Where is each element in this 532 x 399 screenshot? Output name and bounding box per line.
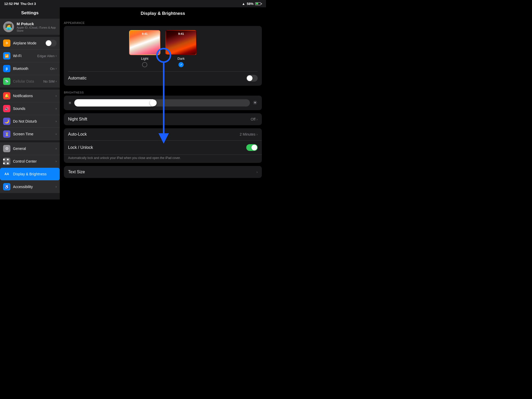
- donotdisturb-icon: 🌙: [3, 118, 10, 125]
- status-time: 12:52 PM: [4, 2, 19, 6]
- autolock-label: Auto-Lock: [68, 132, 240, 137]
- cellular-value: No SIM: [43, 79, 55, 83]
- wifi-icon: ▲: [242, 2, 245, 6]
- main-layout: Settings 🧑‍💻 M Potuck Apple ID, iCloud, …: [0, 7, 266, 200]
- night-shift-chevron: ›: [256, 117, 258, 121]
- status-day: Thu Oct 3: [20, 2, 36, 6]
- sun-large-icon: ☀: [252, 99, 258, 106]
- accessibility-chevron: ›: [56, 185, 57, 189]
- lock-card: Auto-Lock 2 Minutes › Lock / Unlock Auto…: [64, 128, 262, 163]
- status-bar: 12:52 PM Thu Oct 3 ▲ 58%: [0, 0, 266, 7]
- light-theme-time: 9:41: [130, 32, 160, 35]
- settings-group-connectivity: ✈ Airplane Mode 📶 Wi-Fi Edgar Allen › β …: [0, 37, 60, 88]
- bluetooth-value: On: [50, 67, 55, 71]
- sidebar-title: Settings: [0, 7, 60, 18]
- right-panel: Display & Brightness APPEARANCE 9:41 Lig…: [60, 7, 266, 200]
- bluetooth-label: Bluetooth: [13, 66, 50, 71]
- battery-icon: [255, 2, 262, 5]
- sidebar: Settings 🧑‍💻 M Potuck Apple ID, iCloud, …: [0, 7, 60, 200]
- controlcenter-label: Control Center: [13, 159, 56, 163]
- wifi-chevron: ›: [56, 54, 57, 58]
- autolock-row[interactable]: Auto-Lock 2 Minutes ›: [64, 128, 262, 141]
- textsize-chevron: ›: [256, 170, 258, 174]
- sounds-chevron: ›: [56, 107, 57, 110]
- bluetooth-chevron: ›: [56, 67, 57, 70]
- display-icon: AA: [3, 170, 10, 178]
- wifi-label: Wi-Fi: [13, 54, 37, 58]
- automatic-row: Automatic: [68, 71, 258, 82]
- brightness-slider[interactable]: [74, 99, 250, 107]
- dark-theme-option[interactable]: 9:41 Dark: [165, 30, 197, 67]
- donotdisturb-chevron: ›: [56, 119, 57, 123]
- user-profile[interactable]: 🧑‍💻 M Potuck Apple ID, iCloud, iTunes & …: [0, 19, 60, 35]
- slider-thumb[interactable]: [150, 99, 157, 106]
- sounds-icon: 🔊: [3, 105, 10, 112]
- status-left: 12:52 PM Thu Oct 3: [4, 2, 36, 6]
- airplane-toggle[interactable]: [45, 40, 57, 46]
- lockunlock-subtext: Automatically lock and unlock your iPad …: [64, 155, 262, 163]
- lockunlock-row[interactable]: Lock / Unlock: [64, 141, 262, 155]
- sidebar-item-cellular[interactable]: 📡 Cellular Data No SIM ›: [0, 75, 60, 88]
- dark-radio[interactable]: [178, 62, 184, 67]
- textsize-label: Text Size: [68, 170, 256, 174]
- donotdisturb-label: Do Not Disturb: [13, 119, 56, 123]
- accessibility-label: Accessibility: [13, 185, 56, 189]
- notifications-label: Notifications: [13, 94, 56, 98]
- screentime-chevron: ›: [56, 132, 57, 136]
- sounds-label: Sounds: [13, 107, 56, 111]
- screentime-icon: ⏳: [3, 130, 10, 138]
- brightness-slider-row: ☀ ☀: [68, 99, 258, 107]
- sidebar-item-display[interactable]: AA Display & Brightness: [0, 168, 60, 181]
- user-subtitle: Apple ID, iCloud, iTunes & App Store: [17, 26, 57, 32]
- night-shift-label: Night Shift: [68, 117, 251, 122]
- controlcenter-chevron: ›: [56, 159, 57, 163]
- user-info: M Potuck Apple ID, iCloud, iTunes & App …: [17, 22, 57, 32]
- light-theme-option[interactable]: 9:41 Light: [129, 30, 160, 67]
- night-shift-row[interactable]: Night Shift Off ›: [64, 113, 262, 125]
- lockunlock-toggle[interactable]: [246, 144, 258, 151]
- light-theme-preview: 9:41: [129, 30, 160, 55]
- panel-title: Display & Brightness: [60, 7, 266, 19]
- night-shift-value: Off: [251, 117, 255, 121]
- brightness-section-label: BRIGHTNESS: [60, 89, 266, 96]
- general-icon: ⚙: [3, 145, 10, 152]
- sidebar-item-screentime[interactable]: ⏳ Screen Time ›: [0, 128, 60, 140]
- light-theme-label: Light: [141, 57, 148, 61]
- night-shift-card: Night Shift Off ›: [64, 113, 262, 125]
- slider-fill: [74, 99, 153, 107]
- battery-percent: 58%: [247, 2, 254, 6]
- sidebar-item-controlcenter[interactable]: Control Center ›: [0, 155, 60, 168]
- dark-theme-preview: 9:41: [165, 30, 197, 55]
- appearance-options: 9:41 Light 9:41 Dark: [68, 30, 258, 67]
- notifications-icon: 🔔: [3, 92, 10, 99]
- general-chevron: ›: [56, 147, 57, 150]
- sidebar-item-general[interactable]: ⚙ General ›: [0, 142, 60, 155]
- textsize-row[interactable]: Text Size ›: [64, 166, 262, 178]
- textsize-card: Text Size ›: [64, 166, 262, 178]
- controlcenter-icon: [3, 158, 10, 165]
- wifi-icon: 📶: [3, 52, 10, 59]
- sidebar-item-notifications[interactable]: 🔔 Notifications ›: [0, 90, 60, 102]
- sidebar-item-sounds[interactable]: 🔊 Sounds ›: [0, 102, 60, 115]
- lockunlock-label: Lock / Unlock: [68, 145, 246, 150]
- sidebar-item-donotdisturb[interactable]: 🌙 Do Not Disturb ›: [0, 115, 60, 128]
- sidebar-item-bluetooth[interactable]: β Bluetooth On ›: [0, 62, 60, 75]
- automatic-toggle[interactable]: [246, 75, 258, 82]
- display-label: Display & Brightness: [13, 172, 57, 176]
- sidebar-item-wifi[interactable]: 📶 Wi-Fi Edgar Allen ›: [0, 50, 60, 62]
- cellular-label: Cellular Data: [13, 79, 43, 83]
- sidebar-item-accessibility[interactable]: ♿ Accessibility ›: [0, 181, 60, 193]
- avatar: 🧑‍💻: [3, 21, 14, 32]
- user-name: M Potuck: [17, 22, 57, 26]
- cellular-chevron: ›: [56, 79, 57, 83]
- cellular-icon: 📡: [3, 78, 10, 85]
- autolock-value: 2 Minutes: [240, 132, 256, 136]
- sidebar-item-airplane[interactable]: ✈ Airplane Mode: [0, 37, 60, 50]
- settings-group-notifications: 🔔 Notifications › 🔊 Sounds › 🌙 Do Not Di…: [0, 90, 60, 140]
- accessibility-icon: ♿: [3, 183, 10, 190]
- airplane-label: Airplane Mode: [13, 41, 45, 45]
- brightness-card: ☀ ☀: [64, 96, 262, 110]
- notifications-chevron: ›: [56, 94, 57, 98]
- light-radio[interactable]: [142, 62, 147, 67]
- general-label: General: [13, 147, 56, 151]
